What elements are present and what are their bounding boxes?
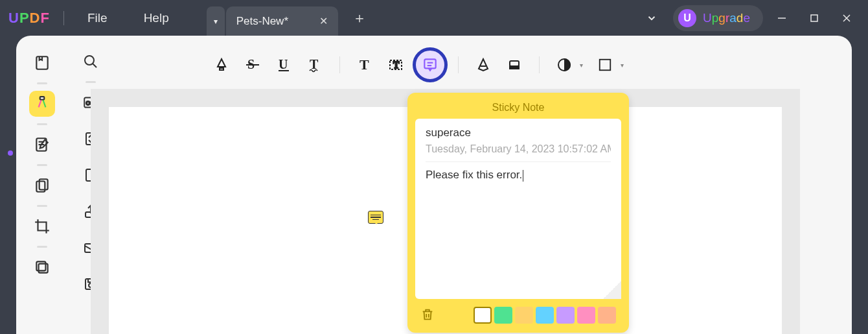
- sticky-note-text-value: Please fix this error.: [426, 169, 522, 181]
- sticky-note-author: superace: [426, 126, 611, 139]
- pencil-tool[interactable]: [469, 51, 497, 79]
- color-swatch[interactable]: [577, 307, 595, 324]
- annotation-toolbar: S U T T T ▾ ▾: [91, 49, 800, 81]
- indicator-dot: [8, 150, 13, 156]
- add-tab-button[interactable]: ＋: [352, 8, 367, 28]
- title-bar: UPDF File Help ▾ Pets-New* ✕ ＋ U Upgrade: [0, 0, 868, 36]
- tab-bar: ▾ Pets-New* ✕ ＋: [207, 0, 367, 36]
- textbox-tool[interactable]: T: [382, 51, 410, 79]
- chevron-down-icon[interactable]: ▾: [621, 62, 624, 69]
- color-swatch[interactable]: [474, 307, 492, 324]
- sticky-note-body[interactable]: superace Tuesday, February 14, 2023 10:5…: [415, 119, 621, 299]
- delete-note-button[interactable]: [420, 307, 436, 323]
- chevron-down-icon[interactable]: ▾: [580, 62, 583, 69]
- sticky-note-marker[interactable]: [368, 211, 383, 224]
- organize-tool[interactable]: [29, 173, 55, 198]
- squiggly-tool[interactable]: T: [301, 51, 329, 79]
- batch-tool[interactable]: [29, 254, 55, 280]
- sticky-note-tools: [415, 299, 621, 324]
- divider: [426, 161, 611, 162]
- menu-file[interactable]: File: [69, 11, 126, 25]
- document-tab[interactable]: Pets-New* ✕: [226, 6, 338, 36]
- svg-text:U: U: [279, 57, 288, 71]
- divider: [539, 56, 540, 73]
- divider: [37, 205, 47, 207]
- svg-rect-12: [36, 261, 45, 270]
- sticky-note-timestamp: Tuesday, February 14, 2023 10:57:02 AM: [426, 143, 611, 155]
- divider: [63, 11, 64, 25]
- user-avatar: U: [678, 9, 696, 27]
- color-swatch[interactable]: [536, 307, 554, 324]
- crop-tool[interactable]: [29, 213, 55, 239]
- sticky-note-text[interactable]: Please fix this error.: [426, 169, 611, 182]
- svg-rect-5: [40, 97, 45, 99]
- sticky-note-tool[interactable]: [413, 47, 448, 82]
- tab-title: Pets-New*: [236, 15, 288, 28]
- logo-text: UPDF: [8, 10, 50, 27]
- highlight-tool[interactable]: [207, 51, 236, 79]
- text-tool[interactable]: T: [350, 51, 379, 79]
- divider: [37, 82, 47, 84]
- svg-rect-13: [220, 68, 223, 70]
- svg-text:T: T: [310, 57, 319, 71]
- comment-tool[interactable]: [29, 91, 55, 117]
- svg-rect-22: [424, 59, 435, 68]
- divider: [458, 56, 459, 73]
- svg-rect-29: [600, 60, 611, 71]
- color-swatches: [474, 307, 616, 324]
- strikethrough-tool[interactable]: S: [238, 51, 267, 79]
- sticky-note-popup: Sticky Note superace Tuesday, February 1…: [407, 93, 629, 333]
- svg-rect-11: [39, 264, 48, 273]
- chevron-down-icon[interactable]: [635, 7, 668, 29]
- divider: [37, 123, 47, 125]
- color-swatch[interactable]: [494, 307, 512, 324]
- svg-rect-1: [811, 15, 817, 21]
- svg-rect-27: [510, 66, 519, 69]
- divider: [37, 164, 47, 166]
- svg-text:T: T: [360, 57, 369, 73]
- stamp-tool[interactable]: [550, 51, 578, 79]
- svg-text:T: T: [393, 60, 400, 70]
- menu-help[interactable]: Help: [126, 11, 187, 25]
- sticky-note-title: Sticky Note: [415, 99, 621, 119]
- color-swatch[interactable]: [515, 307, 533, 324]
- shape-tool[interactable]: [591, 51, 619, 79]
- edit-tool[interactable]: [29, 132, 55, 158]
- window-maximize-button[interactable]: [801, 8, 828, 29]
- topbar-right: U Upgrade: [635, 5, 868, 31]
- document-canvas: Sticky Note superace Tuesday, February 1…: [91, 89, 800, 334]
- window-minimize-button[interactable]: [768, 8, 795, 29]
- svg-rect-26: [510, 61, 519, 66]
- page-corner-fold: [603, 281, 621, 299]
- color-swatch[interactable]: [598, 307, 616, 324]
- document-page[interactable]: Sticky Note superace Tuesday, February 1…: [109, 107, 782, 334]
- window-close-button[interactable]: [833, 8, 860, 29]
- upgrade-label: Upgrade: [703, 11, 750, 25]
- color-swatch[interactable]: [556, 307, 575, 324]
- divider: [339, 56, 340, 73]
- divider: [86, 81, 96, 83]
- reader-tool[interactable]: [29, 50, 55, 76]
- tab-list-dropdown[interactable]: ▾: [207, 6, 225, 36]
- close-tab-icon[interactable]: ✕: [319, 15, 328, 27]
- eraser-tool[interactable]: [500, 51, 529, 79]
- left-sidebar: [16, 36, 68, 334]
- underline-tool[interactable]: U: [269, 51, 298, 79]
- upgrade-button[interactable]: U Upgrade: [673, 5, 763, 31]
- app-logo: UPDF: [0, 10, 58, 27]
- workspace: S U T T T ▾ ▾: [16, 36, 852, 334]
- divider: [37, 246, 47, 248]
- text-cursor: [523, 170, 523, 182]
